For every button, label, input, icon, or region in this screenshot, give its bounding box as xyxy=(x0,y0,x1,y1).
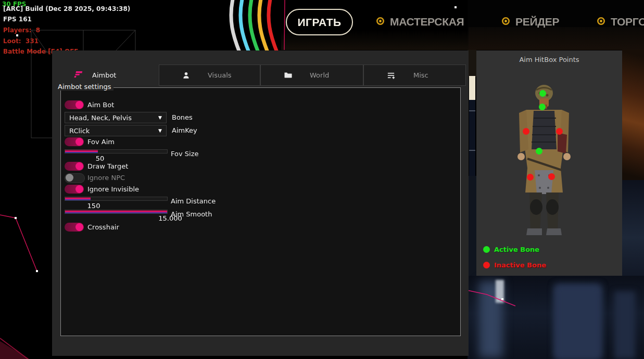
aimbot-flag-icon xyxy=(74,70,83,81)
toggle-knob xyxy=(75,223,83,231)
crosshair-toggle[interactable] xyxy=(65,223,84,232)
legend-active-label: Active Bone xyxy=(494,246,539,253)
aim-smooth-label: Aim Smooth xyxy=(171,210,212,218)
ignore-npc-toggle[interactable] xyxy=(65,173,85,183)
game-background xyxy=(614,291,635,359)
sliders-plus-icon xyxy=(387,71,396,80)
game-background xyxy=(468,50,476,77)
hitbox-preview-panel: Aim HitBox Points Active Bone Inactive B… xyxy=(476,50,622,276)
slider-fill xyxy=(65,210,167,213)
fov-size-value: 50 xyxy=(96,155,105,162)
hitbox-dot-right-shoulder xyxy=(556,128,563,135)
game-background xyxy=(496,280,504,303)
tab-world-label: World xyxy=(310,71,329,79)
hitbox-dot-head xyxy=(539,90,546,97)
coin-icon xyxy=(597,16,605,28)
tab-misc-label: Misc xyxy=(413,71,428,79)
draw-target-toggle[interactable] xyxy=(65,162,84,171)
aimkey-dropdown-value: RClick xyxy=(69,127,158,135)
ignore-npc-label: Ignore NPC xyxy=(87,174,125,182)
lamp-post xyxy=(469,110,475,111)
slider-fill xyxy=(65,197,91,200)
aim-distance-value: 150 xyxy=(87,202,100,210)
menu-item-raider[interactable]: РЕЙДЕР xyxy=(501,16,559,28)
chevron-down-icon: ▼ xyxy=(158,115,162,120)
coin-icon xyxy=(376,16,385,28)
chevron-down-icon: ▼ xyxy=(158,128,162,133)
hitbox-panel-title: Aim HitBox Points xyxy=(476,56,622,63)
aimkey-dropdown[interactable]: RClick ▼ xyxy=(65,125,167,136)
lamp-post xyxy=(469,76,475,100)
aim-smooth-slider[interactable] xyxy=(65,210,168,214)
menu-item-trade[interactable]: ТОРГО xyxy=(597,16,644,28)
active-bone-dot-icon xyxy=(483,246,490,253)
tab-world[interactable]: World xyxy=(260,65,363,86)
play-button[interactable]: ИГРАТЬ xyxy=(286,9,353,35)
play-button-label: ИГРАТЬ xyxy=(297,16,341,29)
fov-size-label: Fov Size xyxy=(171,150,198,158)
aimkey-label: AimKey xyxy=(172,126,197,134)
menu-item-workshop[interactable]: МАСТЕРСКАЯ xyxy=(376,16,464,28)
legend-active-bone: Active Bone xyxy=(483,246,539,253)
draw-target-label: Draw Target xyxy=(87,162,128,170)
bones-dropdown[interactable]: Head, Neck, Pelvis ▼ xyxy=(65,112,167,123)
aim-distance-label: Aim Distance xyxy=(171,197,216,205)
aim-bot-toggle[interactable] xyxy=(65,100,84,109)
cheat-menu-window: Aimbot Visuals World Misc Aimbot setting… xyxy=(52,50,469,356)
aim-distance-slider[interactable] xyxy=(65,197,168,201)
main-menu-bar: ИГРАТЬ МАСТЕРСКАЯ РЕЙДЕР ТОРГО xyxy=(0,0,644,50)
menu-item-label: РЕЙДЕР xyxy=(515,16,559,28)
hitbox-dot-pelvis xyxy=(536,148,542,155)
menu-item-label: МАСТЕРСКАЯ xyxy=(390,16,464,28)
crosshair-label: Crosshair xyxy=(87,223,119,231)
aimbot-settings-title: Aimbot settings xyxy=(55,83,113,91)
hitbox-dot-left-hand xyxy=(527,174,534,181)
bones-label: Bones xyxy=(172,113,193,121)
toggle-knob xyxy=(75,138,83,146)
game-background xyxy=(468,176,476,276)
fov-size-slider[interactable] xyxy=(65,149,168,153)
game-background xyxy=(555,285,601,359)
menu-item-label: ТОРГО xyxy=(611,16,644,28)
coin-icon xyxy=(501,16,510,28)
game-background xyxy=(622,180,644,276)
legend-inactive-bone: Inactive Bone xyxy=(483,261,546,269)
tab-aimbot-label: Aimbot xyxy=(92,71,116,79)
game-background xyxy=(0,337,29,359)
toggle-knob xyxy=(66,174,73,182)
tab-visuals-label: Visuals xyxy=(208,71,232,79)
slider-fill xyxy=(65,150,98,153)
fov-aim-label: Fov Aim xyxy=(87,138,115,146)
legend-inactive-label: Inactive Bone xyxy=(494,261,546,269)
hitbox-dot-left-shoulder xyxy=(523,128,529,135)
toggle-knob xyxy=(75,101,83,109)
toggle-knob xyxy=(75,162,83,170)
fov-aim-toggle[interactable] xyxy=(65,137,84,146)
person-icon xyxy=(182,71,190,80)
bones-dropdown-value: Head, Neck, Pelvis xyxy=(69,114,158,122)
aim-bot-label: Aim Bot xyxy=(87,101,114,109)
tab-visuals[interactable]: Visuals xyxy=(159,65,260,86)
folder-icon xyxy=(284,71,292,79)
ignore-invisible-toggle[interactable] xyxy=(65,185,84,194)
hitbox-dot-neck xyxy=(539,104,546,110)
inactive-bone-dot-icon xyxy=(483,262,490,268)
game-background xyxy=(622,50,644,180)
tab-misc[interactable]: Misc xyxy=(363,65,466,86)
hitbox-dot-right-hand xyxy=(548,173,555,180)
toggle-knob xyxy=(75,185,83,193)
ignore-invisible-label: Ignore Invisible xyxy=(87,185,139,193)
lamp-post xyxy=(469,150,475,151)
